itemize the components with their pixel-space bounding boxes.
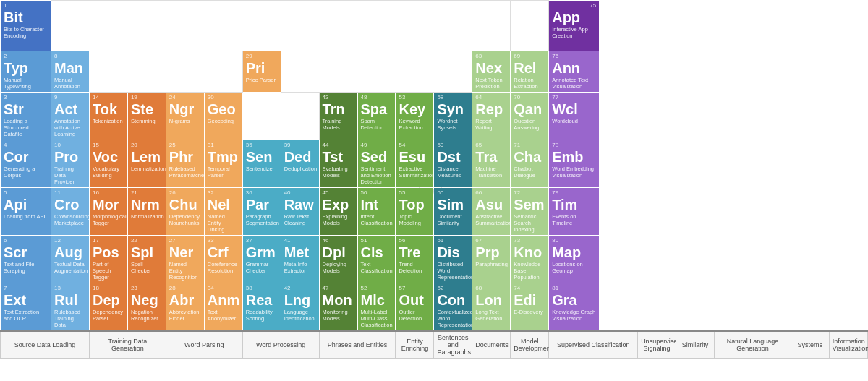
cell-ner: 27 Ner Named Entity Recognition — [166, 236, 204, 283]
cell-exp: 45 Exp Explaining Models — [319, 188, 357, 236]
cell-top: 55 Top Topic Modeling — [396, 188, 434, 236]
cell-aug: 12 Aug Textual Data Augmentation — [51, 236, 90, 283]
cell-key: 53 Key Keyword Extraction — [396, 93, 434, 140]
cell-rep: 64 Rep Report Writing — [472, 93, 511, 140]
cell-chu: 26 Chu Dependency Nounchunks — [166, 188, 204, 236]
cell-app: 75 App Interactive App Creation — [549, 1, 600, 51]
label-similarity: Similarity — [676, 331, 715, 359]
cell-map: 80 Map Locations on Geomap — [549, 236, 600, 283]
label-supervised: Supervised Classification — [549, 331, 638, 359]
main-container: www.innerdoc.com 1 Bit Bits to Character… — [0, 0, 868, 381]
cell-qan: 70 Qan Question Answering — [511, 93, 549, 140]
cell-ext: 7 Ext Text Extraction and OCR — [1, 283, 51, 332]
cell-lem: 20 Lem Lemmatization — [127, 140, 166, 188]
empty-top2 — [511, 1, 549, 51]
cell-geo: 30 Geo Geocoding — [204, 93, 242, 140]
cell-con: 62 Con Contextualized Word Representatio… — [434, 283, 472, 332]
cell-tst: 44 Tst Evaluating Models — [319, 140, 357, 188]
cell-out: 57 Out Outlier Detection — [396, 283, 434, 332]
cell-anm: 34 Anm Text Anonymizer — [204, 283, 242, 332]
cell-asu: 66 Asu Abstractive Summarization — [472, 188, 511, 236]
cell-neg: 23 Neg Negation Recognizer — [127, 283, 166, 332]
cell-nel: 32 Nel Named Entity Linking — [204, 188, 242, 236]
cell-int: 50 Int Intent Classification — [357, 188, 396, 236]
cell-abr: 28 Abr Abbreviation Finder — [166, 283, 204, 332]
cell-bit: 1 Bit Bits to Character Encoding — [1, 1, 51, 51]
label-sentences: Sentences and Paragraphs — [434, 331, 472, 359]
label-entity-enriching: Entity Enriching — [396, 331, 434, 359]
cell-rea: 38 Rea Readability Scoring — [242, 283, 281, 332]
cell-grm: 37 Grm Grammar Checker — [242, 236, 281, 283]
cell-esu: 54 Esu Extractive Summarization — [396, 140, 434, 188]
label-model-dev: Model Development — [511, 331, 549, 359]
cell-pos: 17 Pos Part-of-Speech Tagger — [89, 236, 127, 283]
cell-typ: 2 Typ Manual Typewriting — [1, 51, 51, 93]
label-source-data: Source Data Loading — [1, 331, 90, 359]
cell-lon: 68 Lon Long Text Generation — [472, 283, 511, 332]
empty-r2 — [89, 51, 242, 93]
cell-par: 36 Par Paragraph Segmentation — [242, 188, 281, 236]
cell-cor: 4 Cor Generating a Corpus — [1, 140, 51, 188]
cell-mon: 47 Mon Monitoring Models — [319, 283, 357, 332]
label-systems: Systems — [791, 331, 829, 359]
cell-dpl: 46 Dpl Deploying Models — [319, 236, 357, 283]
label-nlg: Natural Language Generation — [715, 331, 791, 359]
cell-nex: 63 Nex Next Token Prediction — [472, 51, 511, 93]
empty-r2b — [281, 51, 472, 93]
label-word-processing: Word Processing — [242, 331, 319, 359]
cell-trn: 43 Trn Training Models — [319, 93, 357, 140]
cell-pri: 29 Pri Price Parser — [242, 51, 281, 93]
cell-edi: 74 Edi E-Discovery — [511, 283, 549, 332]
cell-sed: 49 Sed Sentiment and Emotion Detection — [357, 140, 396, 188]
cell-rul: 13 Rul Rulebased Training Data — [51, 283, 90, 332]
cell-ngr: 24 Ngr N-grams — [166, 93, 204, 140]
cell-mor: 16 Mor Morphological Tagger — [89, 188, 127, 236]
empty-r3 — [242, 93, 319, 140]
cell-sim: 60 Sim Document Similarity — [434, 188, 472, 236]
cell-rel: 69 Rel Relation Extraction — [511, 51, 549, 93]
cell-nrm: 21 Nrm Normalization — [127, 188, 166, 236]
cell-cls: 51 Cls Text Classification — [357, 236, 396, 283]
cell-voc: 15 Voc Vocabulary Building — [89, 140, 127, 188]
cell-tra: 65 Tra Machine Translation — [472, 140, 511, 188]
cell-phr: 25 Phr Rulebased Phrasematcher — [166, 140, 204, 188]
cell-ded: 39 Ded Deduplication — [281, 140, 319, 188]
cell-man: 8 Man Manual Annotation — [51, 51, 90, 93]
cell-tok: 14 Tok Tokenization — [89, 93, 127, 140]
cell-sem: 72 Sem Semantic Search Indexing — [511, 188, 549, 236]
cell-crf: 33 Crf Coreference Resolution — [204, 236, 242, 283]
cell-cro: 11 Cro Crowdsourcing Marketplace — [51, 188, 90, 236]
cell-sen: 35 Sen Sentencizer — [242, 140, 281, 188]
cell-cha: 71 Cha Chatbot Dialogue — [511, 140, 549, 188]
cell-prp: 67 Prp Paraphrasing — [472, 236, 511, 283]
cell-mlc: 52 Mlc Multi-Label Multi-Class Classific… — [357, 283, 396, 332]
cell-dep: 18 Dep Dependency Parser — [89, 283, 127, 332]
label-training-data: Training Data Generation — [89, 331, 166, 359]
cell-kno: 73 Kno Knowledge Base Population — [511, 236, 549, 283]
cell-act: 9 Act Annotation with Active Learning — [51, 93, 90, 140]
cell-pro: 10 Pro Training Data Provider — [51, 140, 90, 188]
label-word-parsing: Word Parsing — [166, 331, 242, 359]
cell-lng: 42 Lng Language Identification — [281, 283, 319, 332]
cell-met: 41 Met Meta-Info Extractor — [281, 236, 319, 283]
cell-tmp: 31 Tmp Temporal Parser — [204, 140, 242, 188]
label-phrases-entities: Phrases and Entities — [319, 331, 396, 359]
cell-gra: 81 Gra Knowledge Graph Visualization — [549, 283, 600, 332]
cell-dis: 61 Dis Distributed Word Representations — [434, 236, 472, 283]
label-documents: Documents — [472, 331, 511, 359]
label-unsupervised: Unsupervised Signaling — [638, 331, 676, 359]
cell-scr: 6 Scr Text and File Scraping — [1, 236, 51, 283]
cell-raw: 40 Raw Raw Tekst Cleaning — [281, 188, 319, 236]
cell-wcl: 77 Wcl Wordcloud — [549, 93, 600, 140]
cell-tim: 79 Tim Events on Timeline — [549, 188, 600, 236]
nlp-grid-table: 1 Bit Bits to Character Encoding 75 App … — [0, 0, 868, 359]
cell-syn: 58 Syn Wordnet Synsets — [434, 93, 472, 140]
cell-tre: 56 Tre Trend Detection — [396, 236, 434, 283]
empty-top — [51, 1, 511, 51]
cell-str: 3 Str Loading a Structured Datafile — [1, 93, 51, 140]
label-info-viz: Information Visualization — [829, 331, 867, 359]
cell-ann: 76 Ann Annotated Text Visualization — [549, 51, 600, 93]
cell-emb: 78 Emb Word Embedding Visualization — [549, 140, 600, 188]
cell-ste: 19 Ste Stemming — [127, 93, 166, 140]
cell-dst: 59 Dst Distance Measures — [434, 140, 472, 188]
